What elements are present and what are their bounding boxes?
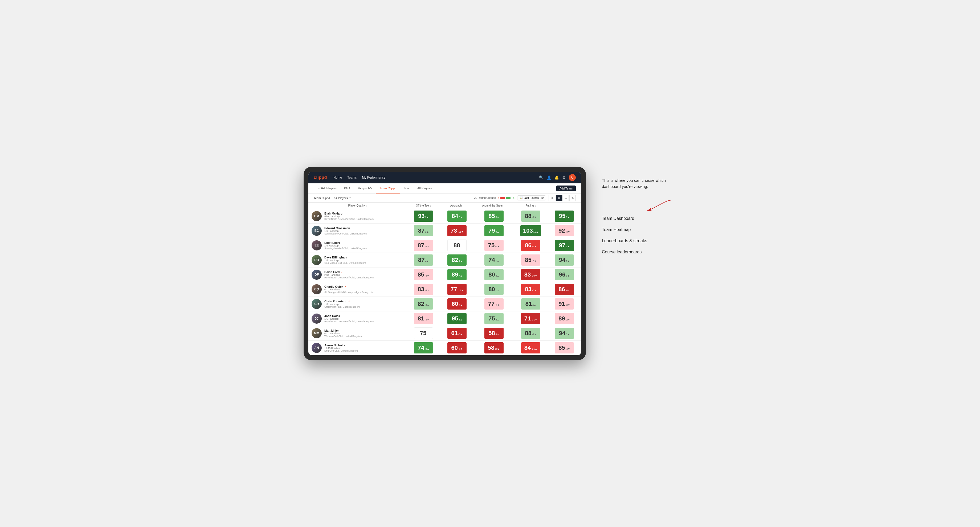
score-box: 80 1▲ [484, 284, 504, 295]
player-name: Dave Billingham [325, 256, 403, 259]
score-change: -3▼ [495, 245, 500, 248]
sub-header: Team Clippd | 14 Players ✏ 20 Round Chan… [309, 194, 581, 203]
team-name-label: Team Clippd [314, 197, 330, 200]
settings-icon[interactable]: ⚙ [562, 175, 566, 179]
view-list-button[interactable]: ☰ [562, 195, 569, 201]
player-cell-3[interactable]: DB Dave Billingham 1-5 Handicap Gog Mago… [309, 253, 407, 268]
view-grid-button[interactable]: ⊞ [549, 195, 555, 201]
edit-icon[interactable]: ✏ [349, 197, 352, 199]
score-value: 74 [488, 257, 495, 264]
player-cell-9[interactable]: AN Aaron Nicholls 11-15 Handicap Drift G… [309, 341, 407, 355]
score-cell-2-3: 86 -6▼ [514, 238, 547, 253]
score-box: 89 7▲ [447, 269, 466, 280]
annotation-item-dashboard: Team Dashboard [602, 216, 676, 221]
player-cell-4[interactable]: DF David Ford ✓ Plus Handicap Royal Nort… [309, 268, 407, 282]
player-count: 14 Players [334, 197, 348, 200]
score-box: 81 4▲ [521, 298, 540, 310]
score-cell-4-1: 89 7▲ [440, 268, 474, 282]
score-cell-2-1: 88 [440, 238, 474, 253]
player-name: Josh Coles [325, 314, 403, 317]
player-name: Aaron Nicholls [325, 344, 403, 347]
player-name: Blair McHarg [325, 212, 403, 215]
player-handicap: 6-10 Handicap [325, 288, 403, 291]
player-cell-5[interactable]: CQ Charlie Quick ✓ 6-10 Handicap St. Geo… [309, 282, 407, 297]
score-box: 77 -3▼ [484, 298, 504, 310]
search-icon[interactable]: 🔍 [539, 175, 544, 179]
tab-pgat-players[interactable]: PGAT Players [314, 183, 340, 194]
col-player-quality[interactable]: Player Quality ↓ [309, 203, 407, 209]
score-cell-1-4: 92 -3▼ [547, 224, 581, 238]
score-change: -3▼ [425, 289, 429, 292]
player-cell-2[interactable]: EE Elliot Ebert 1-5 Handicap Sunningdale… [309, 238, 407, 253]
player-name: Charlie Quick ✓ [325, 285, 403, 288]
player-avatar: CQ [312, 284, 322, 294]
score-value: 82 [452, 257, 458, 264]
score-box: 75 -3▼ [484, 240, 504, 251]
score-box: 87 1▲ [414, 225, 433, 237]
verified-badge: ✓ [344, 285, 347, 288]
score-value: 93 [418, 213, 425, 220]
player-handicap: 6-10 Handicap [325, 332, 403, 335]
nav-link-teams[interactable]: Teams [347, 175, 356, 181]
view-sort-button[interactable]: ⇅ [570, 195, 576, 201]
score-box: 83 -6▼ [521, 284, 540, 295]
player-info: Dave Billingham 1-5 Handicap Gog Magog G… [325, 256, 403, 264]
score-box: 84 -21▲ [521, 342, 540, 354]
tab-pga[interactable]: PGA [340, 183, 354, 194]
last-rounds-button[interactable]: 📊 Last Rounds: 20 [517, 195, 546, 200]
player-name: Chris Robertson ✓ [325, 300, 403, 303]
score-box: 81 -3▼ [414, 313, 433, 324]
score-change: -3▼ [425, 318, 429, 321]
score-change: -10▼ [531, 275, 537, 277]
player-club: Sunningdale Golf Club, United Kingdom [325, 247, 403, 250]
player-handicap: 11-15 Handicap [325, 347, 403, 349]
player-avatar: MM [312, 328, 322, 338]
score-value: 81 [418, 315, 424, 322]
score-value: 83 [418, 286, 424, 293]
score-change: -11▼ [531, 318, 537, 321]
score-change: 2▲ [458, 304, 462, 306]
add-team-button[interactable]: Add Team [556, 186, 576, 191]
player-avatar: EC [312, 226, 322, 236]
score-value: 75 [488, 242, 495, 249]
score-box: 87 -3▼ [414, 240, 433, 251]
score-cell-7-0: 81 -3▼ [407, 311, 440, 326]
score-cell-7-4: 89 -2▼ [547, 311, 581, 326]
player-avatar: EE [312, 240, 322, 251]
score-change: -6▼ [532, 245, 536, 248]
col-approach[interactable]: Approach ↓ [440, 203, 474, 209]
col-around-green[interactable]: Around the Green ↓ [474, 203, 514, 209]
score-cell-1-3: 103 15▲ [514, 224, 547, 238]
score-change: 15▲ [533, 230, 538, 233]
score-box: 92 -3▼ [555, 225, 574, 237]
score-box: 88 [447, 240, 466, 251]
tab-tour[interactable]: Tour [400, 183, 413, 194]
player-cell-1[interactable]: EC Edward Crossman 1-5 Handicap Sunningd… [309, 224, 407, 238]
tab-team-clippd[interactable]: Team Clippd [376, 183, 400, 194]
view-heatmap-button[interactable]: ▦ [555, 195, 562, 201]
nav-link-home[interactable]: Home [333, 175, 342, 181]
tab-all-players[interactable]: All Players [414, 183, 435, 194]
player-cell-7[interactable]: JC Josh Coles 1-5 Handicap Royal North D… [309, 311, 407, 326]
score-change: -3▼ [495, 304, 500, 306]
col-putting[interactable]: Putting ↓ [514, 203, 547, 209]
score-change: -2▼ [532, 333, 536, 336]
nav-link-my-performance[interactable]: My Performance [362, 175, 385, 181]
score-box: 88 -2▼ [521, 328, 540, 339]
annotation-item-heatmap: Team Heatmap [602, 227, 676, 232]
player-cell-8[interactable]: MM Matt Miller 6-10 Handicap Woburn Golf… [309, 326, 407, 341]
bell-icon[interactable]: 🔔 [554, 175, 559, 179]
tab-hcaps[interactable]: Hcaps 1-5 [354, 183, 375, 194]
avatar[interactable]: U [569, 174, 576, 181]
score-value: 91 [558, 300, 565, 307]
nav-logo: clippd [314, 175, 327, 180]
profile-icon[interactable]: 👤 [547, 175, 551, 179]
score-box: 58 10▲ [484, 342, 504, 354]
player-table-body: BM Blair McHarg Plus Handicap Royal Nort… [309, 209, 581, 355]
player-cell-0[interactable]: BM Blair McHarg Plus Handicap Royal Nort… [309, 209, 407, 224]
player-cell-6[interactable]: CR Chris Robertson ✓ 1-5 Handicap Craigm… [309, 297, 407, 311]
score-cell-0-1: 84 6▲ [440, 209, 474, 224]
score-change: 9▲ [496, 230, 499, 233]
col-off-tee[interactable]: Off the Tee ↓ [407, 203, 440, 209]
last-rounds-value: 20 [541, 197, 544, 199]
